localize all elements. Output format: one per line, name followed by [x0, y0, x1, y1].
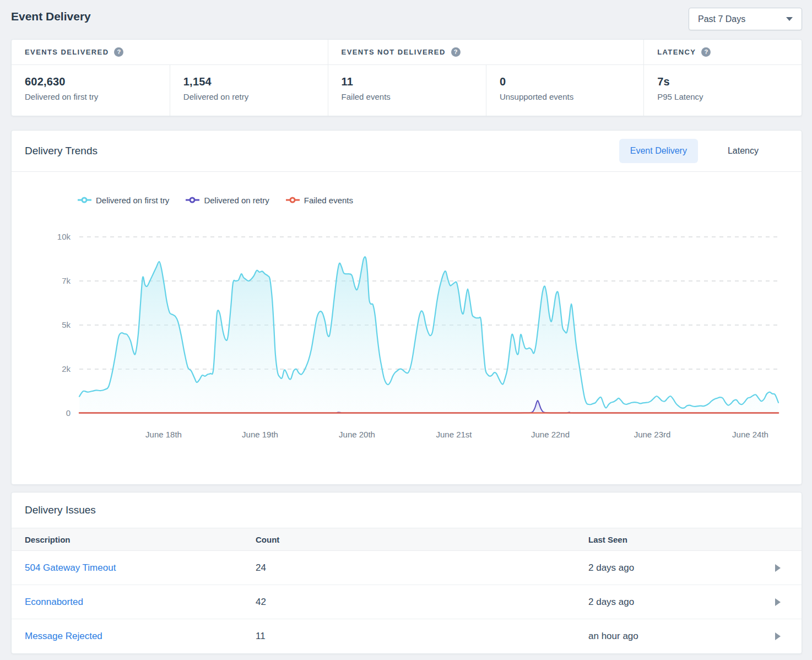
stat-cell: 602,630 Delivered on first try: [12, 65, 170, 116]
stat-label: EVENTS NOT DELIVERED: [342, 48, 446, 56]
stat-value: 7s: [657, 75, 802, 88]
table-row[interactable]: 504 Gateway Timeout 24 2 days ago: [12, 551, 802, 585]
svg-text:0: 0: [66, 408, 71, 418]
delivery-issues-card: Delivery Issues Description Count Last S…: [11, 492, 802, 654]
svg-text:7k: 7k: [62, 276, 71, 285]
stat-caption: P95 Latency: [657, 92, 802, 101]
time-range-value: Past 7 Days: [698, 14, 745, 24]
stat-value: 11: [342, 75, 486, 88]
svg-text:June 22nd: June 22nd: [531, 430, 570, 439]
chevron-right-icon[interactable]: [775, 564, 781, 572]
trends-chart-svg: 10k7k5k2k0June 18thJune 19thJune 20thJun…: [12, 215, 802, 474]
column-header-count: Count: [256, 535, 588, 544]
trends-title: Delivery Trends: [25, 145, 98, 157]
time-range-dropdown[interactable]: Past 7 Days: [689, 8, 802, 30]
issue-count: 11: [256, 631, 588, 642]
stat-caption: Delivered on first try: [25, 92, 170, 101]
page-header: Event Delivery Past 7 Days: [11, 0, 802, 39]
stat-caption: Unsupported events: [500, 92, 643, 101]
issue-link[interactable]: 504 Gateway Timeout: [25, 562, 116, 573]
issues-title: Delivery Issues: [25, 504, 96, 516]
issue-count: 24: [256, 562, 588, 574]
chevron-right-icon[interactable]: [775, 598, 781, 606]
stat-cell: 1,154 Delivered on retry: [170, 65, 328, 116]
issue-last-seen: 2 days ago: [588, 562, 634, 574]
stat-value: 602,630: [25, 75, 170, 88]
legend-label: Delivered on first try: [96, 196, 169, 205]
legend-label: Failed events: [304, 196, 353, 205]
stat-label: LATENCY: [657, 48, 696, 56]
stat-caption: Failed events: [342, 92, 486, 101]
trends-chart: 10k7k5k2k0June 18thJune 19thJune 20thJun…: [12, 215, 802, 484]
trends-tabs: Event Delivery Latency: [619, 139, 788, 163]
stat-cell: 0 Unsupported events: [486, 65, 643, 116]
svg-text:June 18th: June 18th: [145, 430, 182, 439]
svg-text:2k: 2k: [62, 364, 71, 374]
issue-count: 42: [256, 597, 588, 608]
column-header-description: Description: [25, 535, 256, 544]
legend-item[interactable]: Delivered on first try: [78, 196, 169, 205]
issue-last-seen: an hour ago: [588, 631, 638, 642]
legend-item[interactable]: Delivered on retry: [186, 196, 269, 205]
legend-label: Delivered on retry: [204, 196, 269, 205]
stat-caption: Delivered on retry: [183, 92, 328, 101]
stat-section-latency: LATENCY ? 7s P95 Latency: [643, 40, 802, 116]
help-icon[interactable]: ?: [701, 47, 711, 57]
tab-event-delivery[interactable]: Event Delivery: [619, 139, 698, 163]
svg-text:5k: 5k: [62, 320, 71, 329]
stat-cell: 11 Failed events: [328, 65, 486, 116]
help-icon[interactable]: ?: [451, 47, 461, 57]
chevron-right-icon[interactable]: [775, 632, 781, 640]
tab-latency[interactable]: Latency: [698, 139, 788, 163]
legend-marker-icon: [78, 197, 91, 203]
table-row[interactable]: Message Rejected 11 an hour ago: [12, 619, 802, 653]
help-icon[interactable]: ?: [114, 47, 123, 57]
table-row[interactable]: Econnaborted 42 2 days ago: [12, 585, 802, 619]
page-title: Event Delivery: [11, 8, 91, 23]
stat-value: 0: [500, 75, 643, 88]
stat-section-events-not-delivered: EVENTS NOT DELIVERED ? 11 Failed events …: [328, 40, 644, 116]
svg-text:June 24th: June 24th: [732, 430, 768, 439]
chart-legend: Delivered on first tryDelivered on retry…: [78, 194, 802, 206]
legend-item[interactable]: Failed events: [286, 196, 353, 205]
stat-label: EVENTS DELIVERED: [25, 48, 109, 56]
legend-marker-icon: [286, 197, 300, 203]
issue-link[interactable]: Econnaborted: [25, 597, 83, 607]
issue-link[interactable]: Message Rejected: [25, 631, 102, 641]
issue-last-seen: 2 days ago: [588, 597, 634, 608]
svg-text:June 23rd: June 23rd: [634, 430, 671, 439]
column-header-last-seen: Last Seen: [588, 535, 802, 544]
svg-text:June 19th: June 19th: [242, 430, 278, 439]
svg-text:June 20th: June 20th: [339, 430, 375, 439]
legend-marker-icon: [186, 197, 199, 203]
stats-card: EVENTS DELIVERED ? 602,630 Delivered on …: [11, 39, 802, 116]
stat-cell: 7s P95 Latency: [644, 65, 802, 116]
delivery-trends-card: Delivery Trends Event Delivery Latency D…: [11, 130, 802, 485]
chevron-down-icon: [786, 17, 793, 21]
stat-value: 1,154: [183, 75, 328, 88]
svg-text:10k: 10k: [57, 232, 71, 241]
stat-section-events-delivered: EVENTS DELIVERED ? 602,630 Delivered on …: [12, 40, 328, 116]
issues-table-header: Description Count Last Seen: [12, 528, 802, 551]
svg-text:June 21st: June 21st: [436, 430, 472, 439]
